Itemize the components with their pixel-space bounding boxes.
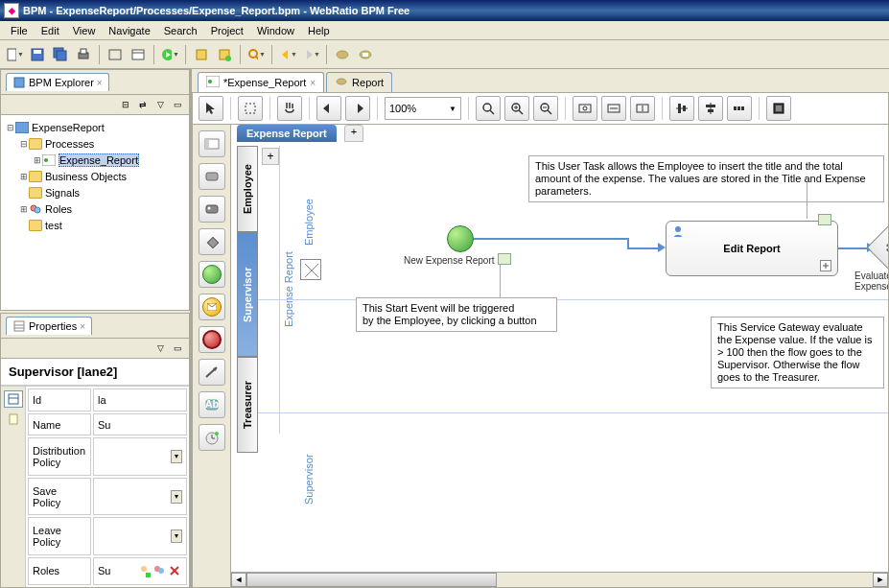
close-icon[interactable]: × <box>80 321 85 332</box>
prop-doc-icon[interactable] <box>6 412 21 427</box>
new-button[interactable]: ▼ <box>4 44 25 65</box>
twist-icon[interactable]: ⊞ <box>18 204 29 214</box>
dropdown-button[interactable]: ▾ <box>171 450 182 463</box>
minimize-icon[interactable]: ▭ <box>170 97 185 112</box>
zoom-in-button[interactable] <box>504 96 529 121</box>
close-icon[interactable]: × <box>310 78 316 88</box>
print-button[interactable] <box>73 44 94 65</box>
diagram-canvas[interactable]: Expense Report + Employee Supervisor Tre… <box>231 125 888 587</box>
run-button[interactable]: ▼ <box>159 44 180 65</box>
menu-view[interactable]: View <box>66 23 103 38</box>
close-icon[interactable]: × <box>97 78 103 88</box>
note-icon[interactable] <box>498 253 511 265</box>
scroll-left-button[interactable]: ◄ <box>231 573 246 587</box>
menu-window[interactable]: Window <box>250 23 301 38</box>
generate-button[interactable] <box>191 44 212 65</box>
report-action-button[interactable] <box>332 44 353 65</box>
zoom-width-button[interactable] <box>601 96 626 121</box>
tree-business-objects[interactable]: ⊞ Business Objects <box>3 168 187 184</box>
dropdown-button[interactable]: ▾ <box>171 529 182 543</box>
menu-navigate[interactable]: Navigate <box>102 23 156 38</box>
lane-header-treasurer[interactable]: Treasurer <box>237 357 258 453</box>
annotation-start[interactable]: This Start Event will be triggered by th… <box>356 297 557 332</box>
align-h-button[interactable] <box>669 96 694 121</box>
pan-tool-button[interactable] <box>277 96 302 121</box>
twist-icon[interactable]: ⊞ <box>32 155 42 165</box>
zoom-height-button[interactable] <box>630 96 655 121</box>
report-action2-button[interactable] <box>355 44 376 65</box>
redo-button[interactable] <box>345 96 370 121</box>
pal-lane-button[interactable] <box>199 130 225 157</box>
tree-signals[interactable]: ⊞ Signals <box>3 184 187 200</box>
zoom-fit-button[interactable] <box>573 96 597 121</box>
add-lane-button[interactable]: + <box>262 148 279 165</box>
prop-save-field[interactable] <box>98 491 171 503</box>
menu-help[interactable]: Help <box>301 23 337 38</box>
view-menu-button[interactable]: ▽ <box>152 341 168 356</box>
prop-roles-field[interactable] <box>98 565 136 576</box>
twist-icon[interactable]: ⊞ <box>18 172 29 181</box>
prop-general-icon[interactable] <box>4 390 23 408</box>
user-task-node[interactable]: Edit Report <box>666 221 838 276</box>
pal-message-button[interactable] <box>199 294 225 320</box>
gateway-node[interactable]: ✱ <box>867 223 888 272</box>
lane-header-supervisor[interactable]: Supervisor <box>237 232 258 357</box>
view-menu-button[interactable]: ▽ <box>152 97 168 112</box>
generate-web-button[interactable] <box>214 44 235 65</box>
distribute-button[interactable] <box>727 96 752 121</box>
pal-end-button[interactable] <box>199 326 225 353</box>
find-button[interactable]: ▼ <box>246 44 267 65</box>
minimize-icon[interactable]: ▭ <box>170 341 185 356</box>
twist-icon[interactable]: ⊟ <box>18 139 29 149</box>
pal-task-button[interactable] <box>199 163 225 190</box>
menu-project[interactable]: Project <box>204 23 250 38</box>
prop-dist-field[interactable] <box>98 451 171 462</box>
pal-gateway-button[interactable] <box>199 228 225 255</box>
start-event-node[interactable] <box>447 225 474 252</box>
pal-user-button[interactable] <box>199 196 225 223</box>
subprocess-icon[interactable] <box>820 260 831 271</box>
sequence-flow[interactable] <box>838 247 867 249</box>
remove-role-icon[interactable] <box>167 563 182 578</box>
pal-annotation-button[interactable]: Ab <box>199 391 225 418</box>
annotation-task[interactable]: This User Task allows the Employee to in… <box>528 155 884 202</box>
undo-button[interactable] <box>316 96 341 121</box>
pal-flow-button[interactable] <box>199 359 225 386</box>
link-editor-button[interactable]: ⇄ <box>135 97 151 112</box>
note-icon[interactable] <box>818 214 831 225</box>
editor-tab-active[interactable]: *Expense_Report × <box>198 72 324 92</box>
scroll-right-button[interactable]: ► <box>873 573 888 587</box>
twist-icon[interactable]: ⊟ <box>5 123 15 132</box>
zoom-out-button[interactable] <box>533 96 558 121</box>
add-pool-button[interactable]: + <box>344 125 363 142</box>
pal-timer-button[interactable] <box>199 424 225 451</box>
prop-leave-field[interactable] <box>98 530 171 542</box>
align-v-button[interactable] <box>698 96 723 121</box>
menu-edit[interactable]: Edit <box>35 23 66 38</box>
selection-handle[interactable] <box>300 259 321 280</box>
window-editor-button[interactable] <box>128 44 149 65</box>
prop-id-field[interactable] <box>98 394 182 406</box>
scroll-track[interactable] <box>246 573 873 587</box>
pointer-tool-button[interactable] <box>199 96 223 121</box>
lane-header-employee[interactable]: Employee <box>237 146 258 232</box>
tree-roles[interactable]: ⊞ Roles <box>3 200 187 217</box>
window-new-button[interactable] <box>105 44 126 65</box>
tree-processes[interactable]: ⊟ Processes <box>3 135 187 152</box>
collapse-all-button[interactable]: ⊟ <box>118 97 133 112</box>
zoom-100-button[interactable] <box>476 96 501 121</box>
dropdown-button[interactable]: ▾ <box>171 490 182 504</box>
nav-fwd-button[interactable]: ▼ <box>300 44 321 65</box>
pool-tab[interactable]: Expense Report <box>237 125 337 142</box>
sequence-flow[interactable] <box>474 238 627 240</box>
editor-tab-inactive[interactable]: Report <box>326 72 392 92</box>
explorer-tab[interactable]: BPM Explorer × <box>6 73 109 91</box>
save-button[interactable] <box>27 44 48 65</box>
horizontal-scrollbar[interactable]: ◄ ► <box>231 572 888 587</box>
pal-start-button[interactable] <box>199 261 225 288</box>
annotation-gateway[interactable]: This Service Gateway evaluate the Expens… <box>711 317 884 388</box>
add-role-icon[interactable] <box>136 563 152 578</box>
simulate-button[interactable] <box>766 96 791 121</box>
menu-file[interactable]: File <box>4 23 35 38</box>
edit-role-icon[interactable] <box>152 563 167 578</box>
